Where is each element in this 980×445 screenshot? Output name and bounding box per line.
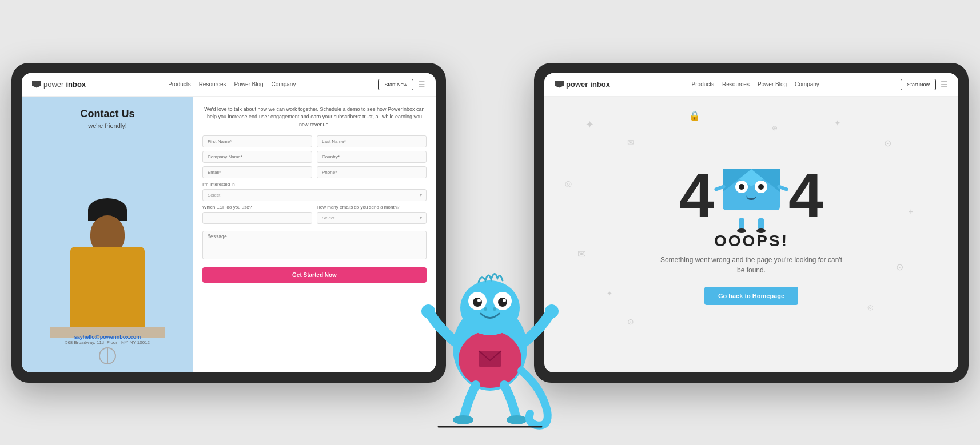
left-nav-blog[interactable]: Power Blog [234, 81, 263, 87]
globe-icon [99, 347, 116, 364]
person-illustration [22, 195, 193, 338]
left-nav-right: Start Now ☰ [378, 79, 425, 90]
error-display: 4 [679, 163, 823, 226]
phone-input[interactable] [317, 166, 427, 178]
left-nav-links: Products Resources Power Blog Company [168, 81, 296, 87]
env-leg-left [739, 218, 744, 230]
left-hero: Contact Us we're friendly! [22, 97, 193, 372]
error-num-right: 4 [788, 163, 823, 226]
contact-info: sayhello@powerinbox.com 568 Broadway, 11… [22, 334, 193, 367]
email-phone-row [202, 166, 427, 178]
svg-point-7 [498, 298, 507, 307]
right-hamburger-icon[interactable]: ☰ [941, 80, 948, 89]
svg-point-12 [421, 304, 435, 318]
chameleon-svg [421, 239, 559, 434]
right-nav-right: Start Now ☰ [901, 79, 948, 90]
envelope-character [723, 169, 780, 221]
svg-point-9 [503, 299, 506, 302]
env-body [723, 169, 780, 210]
logo-power-text: power [43, 80, 63, 89]
left-logo[interactable]: powerinbox [32, 80, 86, 89]
right-nav-links: Products Resources Power Blog Company [692, 81, 819, 87]
interested-select[interactable]: Select [202, 189, 427, 201]
email-input[interactable] [202, 166, 312, 178]
emails-select-wrapper: Select [317, 211, 427, 224]
right-navbar: powerinbox Products Resources Power Blog… [544, 73, 958, 97]
right-nav-company[interactable]: Company [795, 81, 819, 87]
svg-point-10 [484, 307, 487, 311]
svg-point-13 [545, 304, 559, 318]
hero-subtitle: we're friendly! [88, 122, 127, 129]
right-start-button[interactable]: Start Now [901, 79, 936, 90]
right-logo[interactable]: powerinbox [555, 80, 610, 89]
form-intro: We'd love to talk about how we can work … [202, 106, 427, 129]
svg-point-11 [493, 307, 496, 311]
svg-point-3 [460, 280, 520, 335]
contact-address: 568 Broadway, 11th Floor - NY, NY 10012 [22, 340, 193, 345]
interested-select-wrapper: Select [202, 189, 427, 201]
country-input[interactable] [317, 151, 427, 163]
env-eye-right [755, 181, 767, 193]
right-screen: powerinbox Products Resources Power Blog… [544, 73, 958, 372]
right-logo-icon [555, 81, 564, 88]
error-num-left: 4 [679, 163, 714, 226]
scene: powerinbox Products Resources Power Blog… [0, 0, 980, 445]
env-eye-left [735, 181, 748, 193]
esp-col-right: How many emails do you send a month? Sel… [317, 205, 427, 227]
first-name-input[interactable] [202, 135, 312, 147]
svg-point-6 [473, 298, 482, 307]
right-nav-blog[interactable]: Power Blog [758, 81, 787, 87]
tablet-left: powerinbox Products Resources Power Blog… [11, 63, 446, 383]
name-row [202, 135, 427, 147]
last-name-input[interactable] [317, 135, 427, 147]
person-body [70, 247, 145, 338]
left-navbar: powerinbox Products Resources Power Blog… [22, 73, 436, 97]
emails-select[interactable]: Select [317, 212, 427, 224]
interested-label: I'm Interested in [202, 182, 427, 187]
left-hamburger-icon[interactable]: ☰ [418, 80, 425, 89]
get-started-button[interactable]: Get Started Now [202, 267, 427, 283]
right-404-content: ✦ ✉ 🔒 ⊕ ✦ ⊙ ◎ ✉ ✦ + ⊙ ◎ ⊙ + 4 [544, 97, 958, 372]
ooops-title: OOOPS! [714, 232, 788, 250]
go-back-homepage-button[interactable]: Go back to Homepage [704, 287, 798, 305]
left-start-button[interactable]: Start Now [378, 79, 413, 90]
esp-col-left: Which ESP do you use? [202, 205, 312, 227]
chameleon-container [421, 239, 559, 434]
svg-point-14 [453, 415, 473, 424]
message-textarea[interactable] [202, 231, 427, 259]
logo-inbox-text: inbox [66, 80, 86, 89]
person-image [50, 213, 165, 338]
contact-email: sayhello@powerinbox.com [22, 334, 193, 340]
esp-row: Which ESP do you use? How many emails do… [202, 205, 427, 227]
esp-label: Which ESP do you use? [202, 205, 312, 210]
right-logo-inbox: inbox [590, 80, 610, 89]
ooops-subtitle: Something went wrong and the page you're… [660, 255, 843, 275]
hero-title: Contact Us [80, 108, 134, 120]
esp-input[interactable] [202, 212, 312, 224]
right-nav-resources[interactable]: Resources [722, 81, 750, 87]
company-country-row [202, 151, 427, 163]
left-nav-products[interactable]: Products [168, 81, 190, 87]
svg-point-15 [507, 415, 527, 424]
tablet-right: powerinbox Products Resources Power Blog… [534, 63, 969, 383]
left-content: Contact Us we're friendly! [22, 97, 436, 372]
env-mouth [746, 195, 756, 200]
left-screen: powerinbox Products Resources Power Blog… [22, 73, 436, 372]
left-nav-resources[interactable]: Resources [199, 81, 226, 87]
left-nav-company[interactable]: Company [272, 81, 296, 87]
env-leg-right [758, 218, 764, 230]
emails-label: How many emails do you send a month? [317, 205, 427, 210]
logo-icon [32, 81, 41, 88]
right-logo-power: power [566, 80, 588, 89]
company-input[interactable] [202, 151, 312, 163]
svg-point-8 [477, 299, 481, 302]
left-form-panel: We'd love to talk about how we can work … [193, 97, 436, 372]
right-nav-products[interactable]: Products [692, 81, 714, 87]
